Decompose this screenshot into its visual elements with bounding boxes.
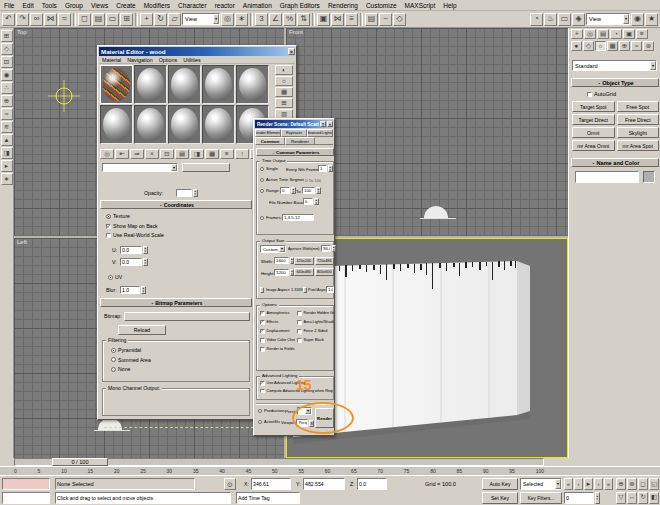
play-animation-button[interactable]: ► xyxy=(584,478,593,490)
maxscript-mini-listener-pink[interactable] xyxy=(2,478,50,490)
selection-lock-icon[interactable]: ⊙ xyxy=(224,478,236,490)
x-coordinate-field[interactable]: 346.61 xyxy=(251,478,291,490)
window-title-bar[interactable]: Material Editor - wood × xyxy=(99,47,295,56)
bind-to-space-warp-icon[interactable]: ≈ xyxy=(58,13,71,26)
render-last-icon[interactable]: ◉ xyxy=(631,13,644,26)
menu-item[interactable]: reactor xyxy=(211,2,239,9)
time-slider-button[interactable]: 0 / 100 xyxy=(52,458,108,466)
select-and-rotate-icon[interactable]: ↻ xyxy=(154,13,167,26)
key-mode-dropdown[interactable]: Selected▾ xyxy=(520,478,562,490)
aperture-spinner[interactable]: ▴▾ xyxy=(332,245,337,252)
curve-editor-icon[interactable]: ~ xyxy=(379,13,392,26)
opacity-spinner[interactable]: ▴▾ xyxy=(193,189,198,197)
render-option-checkbox[interactable]: Render to Fields xyxy=(260,347,295,352)
object-type-rollout-header[interactable]: -Object Type xyxy=(571,78,659,87)
rendering-tab-icon[interactable]: ◨ xyxy=(1,147,13,159)
viewport-label[interactable]: Top xyxy=(17,29,27,35)
menu-item[interactable]: Options xyxy=(156,57,181,63)
uv-radio[interactable]: UV xyxy=(108,274,138,280)
every-nth-field[interactable]: 1 xyxy=(318,165,327,172)
height-field[interactable]: 1200 xyxy=(274,269,289,276)
zoom-extents-all-icon[interactable]: ◱ xyxy=(649,478,659,490)
chevron-down-icon[interactable]: ▾ xyxy=(279,246,285,252)
menu-item[interactable]: Rendering xyxy=(324,2,362,9)
menu-item[interactable]: Group xyxy=(61,2,87,9)
aspect-lock-icon[interactable] xyxy=(303,287,307,293)
omni-light-gizmo[interactable] xyxy=(42,76,86,120)
zoom-extents-icon[interactable]: ◻ xyxy=(638,478,648,490)
activeshade-radio[interactable]: ActiveShade xyxy=(258,420,280,424)
reload-button[interactable]: Reload xyxy=(118,325,166,335)
render-scene-icon[interactable]: ♨ xyxy=(544,13,557,26)
next-frame-button[interactable]: › xyxy=(594,478,603,490)
filtering-radio[interactable]: Summed Area xyxy=(111,357,241,363)
material-sample-slot[interactable] xyxy=(202,105,235,144)
put-to-library-icon[interactable]: ▤ xyxy=(175,149,189,159)
object-type-button[interactable]: mr Area Omni xyxy=(572,140,615,151)
render-type-icon[interactable]: ▭ xyxy=(558,13,571,26)
track-bar[interactable]: 0510152025303540455055606570758085909510… xyxy=(0,466,660,475)
percent-snap-icon[interactable]: % xyxy=(283,13,296,26)
spinner-snap-icon[interactable]: ⇅ xyxy=(297,13,310,26)
chevron-down-icon[interactable]: ▾ xyxy=(555,479,561,489)
render-option-checkbox[interactable]: Effects xyxy=(260,320,295,325)
material-editor-icon[interactable]: ◔ xyxy=(530,13,543,26)
resolution-preset-button[interactable]: 320x240 xyxy=(294,257,314,265)
object-name-field[interactable] xyxy=(575,171,639,183)
show-map-checkbox[interactable]: Show Map on Back xyxy=(106,223,196,229)
quick-render-icon[interactable]: ◈ xyxy=(572,13,585,26)
viewport-label[interactable]: Front xyxy=(289,29,303,35)
z-coordinate-field[interactable]: 0.0 xyxy=(357,478,387,490)
select-object-icon[interactable]: ◻ xyxy=(78,13,91,26)
menu-item[interactable]: Character xyxy=(174,2,211,9)
animation-tab-icon[interactable]: ▸ xyxy=(1,160,13,172)
menu-item[interactable]: Utilities xyxy=(180,57,203,63)
show-end-result-icon[interactable]: ≡ xyxy=(220,149,234,159)
menu-item[interactable]: Help xyxy=(439,2,460,9)
material-sample-slot[interactable] xyxy=(202,65,235,104)
create-tab[interactable]: + xyxy=(571,29,583,39)
file-number-base-spinner[interactable]: ▴▾ xyxy=(314,198,319,205)
show-map-in-viewport-icon[interactable]: ▦ xyxy=(205,149,219,159)
angle-snap-icon[interactable]: ∠ xyxy=(269,13,282,26)
utilities-tab[interactable]: ≡ xyxy=(636,29,648,39)
object-type-button[interactable]: Target Spot xyxy=(572,101,615,112)
maximize-viewport-toggle-icon[interactable]: ◧ xyxy=(649,492,659,504)
range-radio[interactable]: Range: xyxy=(260,188,280,193)
object-type-button[interactable]: mr Area Spot xyxy=(617,140,660,151)
offset-u-spinner[interactable]: ▴▾ xyxy=(143,246,148,254)
resolution-preset-button[interactable]: 720x486 xyxy=(315,257,335,265)
go-to-end-button[interactable]: » xyxy=(604,478,613,490)
get-material-icon[interactable]: ◎ xyxy=(100,149,114,159)
chevron-down-icon[interactable]: ▾ xyxy=(650,61,656,70)
range-to-field[interactable]: 100 xyxy=(302,187,315,194)
object-type-button[interactable]: Free Direct xyxy=(617,114,660,125)
named-selection-sets-icon[interactable]: ▣ xyxy=(317,13,330,26)
previous-frame-button[interactable]: ‹ xyxy=(574,478,583,490)
material-sample-slot-wood[interactable] xyxy=(100,65,133,104)
view-dropdown[interactable]: View▾ xyxy=(586,13,630,25)
coordinates-rollout-header[interactable]: -Coordinates xyxy=(100,200,252,209)
sample-uv-tiling-icon[interactable]: ⊞ xyxy=(275,98,293,108)
modifiers-tab-icon[interactable]: ≋ xyxy=(1,121,13,133)
single-radio[interactable]: Single xyxy=(260,166,278,171)
material-sample-slot[interactable] xyxy=(168,105,201,144)
spinner-down-icon[interactable]: ▾ xyxy=(597,498,599,501)
align-icon[interactable]: ≡ xyxy=(345,13,358,26)
schematic-view-icon[interactable]: ◇ xyxy=(393,13,406,26)
render-option-checkbox[interactable]: Force 2-Sided xyxy=(297,329,334,334)
shapes-tab-icon[interactable]: ◇ xyxy=(1,43,13,55)
menu-item[interactable]: Customize xyxy=(362,2,401,9)
y-coordinate-field[interactable]: 482.554 xyxy=(303,478,345,490)
output-size-preset-dropdown[interactable]: Custom▾ xyxy=(260,245,286,253)
render-option-checkbox[interactable]: Render Hidden Geometry xyxy=(297,311,334,316)
object-color-swatch[interactable] xyxy=(643,171,655,183)
blur-field[interactable]: 1.0 xyxy=(120,286,140,294)
offset-u-field[interactable]: 0.0 xyxy=(120,246,142,254)
offset-v-field[interactable]: 0.0 xyxy=(120,258,142,266)
systems-icon[interactable]: ⊛ xyxy=(643,41,654,51)
helpers-tab-icon[interactable]: ⊕ xyxy=(1,95,13,107)
arc-rotate-icon[interactable]: ↻ xyxy=(638,492,648,504)
redo-icon[interactable]: ↷ xyxy=(16,13,29,26)
snap-toggle-icon[interactable]: 3 xyxy=(255,13,268,26)
